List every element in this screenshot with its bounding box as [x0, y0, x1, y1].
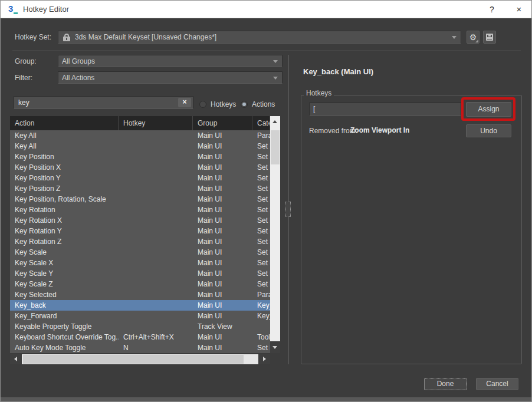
cell-category: Set Key [252, 173, 270, 183]
vertical-scrollbar-thumb[interactable] [271, 130, 280, 164]
cell-hotkey [119, 151, 193, 162]
table-row[interactable]: Auto Key Mode ToggleNMain UISet Key [10, 342, 270, 353]
undo-button[interactable]: Undo [466, 124, 511, 137]
hotkey-input[interactable]: [ [309, 103, 461, 116]
cell-hotkey [119, 268, 193, 279]
cell-action: Key_back [10, 300, 119, 311]
cell-group: Main UI [193, 300, 252, 311]
cell-category [252, 321, 270, 332]
radio-actions[interactable]: Actions [241, 98, 275, 109]
cell-action: Key All [10, 130, 119, 141]
table-row[interactable]: Key_backMain UIKey_Fo [10, 300, 270, 311]
close-icon[interactable]: × [510, 2, 528, 17]
cell-hotkey [119, 300, 193, 311]
filter-value: All Actions [62, 74, 94, 82]
cell-category: Set Key [252, 162, 270, 173]
hotkey-set-dropdown[interactable]: 3ds Max Default Keyset [Unsaved Changes*… [58, 31, 461, 44]
group-label: Group: [15, 57, 37, 65]
scroll-down-icon[interactable] [270, 341, 280, 353]
table-row[interactable]: Key AllMain UIParame [10, 130, 270, 141]
cell-group: Main UI [193, 162, 252, 173]
radio-actions-circle[interactable] [241, 101, 248, 108]
table-row[interactable]: Key Position YMain UISet Key [10, 173, 270, 183]
table-row[interactable]: Key Scale YMain UISet Key [10, 268, 270, 279]
table-row[interactable]: Key Rotation ZMain UISet Key [10, 236, 270, 247]
cell-group: Main UI [193, 332, 252, 342]
cell-action: Key_Forward [10, 311, 119, 321]
cancel-button[interactable]: Cancel [476, 378, 518, 390]
table-row[interactable]: Key Scale ZMain UISet Key [10, 279, 270, 289]
cell-category: Set Key [252, 215, 270, 226]
table-row[interactable]: Key Position ZMain UISet Key [10, 183, 270, 194]
column-header-action[interactable]: Action [10, 116, 119, 130]
cell-category: Key_Fo [252, 300, 270, 311]
group-dropdown[interactable]: All Groups [58, 55, 283, 67]
red-highlight-annotation [461, 97, 515, 121]
table-row[interactable]: Keyboard Shortcut Override Tog...Ctrl+Al… [10, 332, 270, 342]
cell-hotkey [119, 173, 193, 183]
cell-action: Key Scale X [10, 258, 119, 268]
cell-hotkey [119, 258, 193, 268]
cell-category: Tools [252, 332, 270, 342]
cell-action: Key Position [10, 151, 119, 162]
done-button[interactable]: Done [424, 378, 467, 390]
radio-hotkeys[interactable]: Hotkeys [199, 98, 236, 109]
cell-hotkey [119, 289, 193, 300]
cell-category: Set Key [252, 268, 270, 279]
table-row[interactable]: Keyable Property ToggleTrack View [10, 321, 270, 332]
scroll-left-icon[interactable] [10, 354, 22, 364]
clear-search-icon[interactable]: × [178, 98, 191, 107]
help-button[interactable]: ? [484, 2, 500, 17]
table-row[interactable]: Key Position XMain UISet Key [10, 162, 270, 173]
vertical-scrollbar[interactable] [270, 116, 280, 353]
filter-dropdown[interactable]: All Actions [58, 71, 283, 84]
scroll-right-icon[interactable] [258, 354, 270, 364]
cell-hotkey [119, 226, 193, 236]
cell-action: Keyboard Shortcut Override Tog... [10, 332, 119, 342]
table-row[interactable]: Key PositionMain UISet Key [10, 151, 270, 162]
cell-category: Set Key [252, 247, 270, 258]
hotkey-set-value: 3ds Max Default Keyset [Unsaved Changes*… [75, 33, 216, 41]
splitter-grip[interactable] [285, 202, 291, 217]
cell-action: Auto Key Mode Toggle [10, 342, 119, 353]
column-header-hotkey[interactable]: Hotkey [119, 116, 193, 130]
cell-category: Set Key [252, 151, 270, 162]
cell-action: Key All [10, 141, 119, 151]
save-keyset-button[interactable] [483, 31, 496, 44]
keyset-settings-button[interactable]: ⚙ [467, 31, 480, 44]
cell-group: Main UI [193, 311, 252, 321]
column-header-group[interactable]: Group [193, 116, 252, 130]
cell-category: Set Key [252, 205, 270, 215]
save-icon [486, 34, 493, 41]
table-row[interactable]: Key Rotation YMain UISet Key [10, 226, 270, 236]
table-row[interactable]: Key Position, Rotation, ScaleMain UISet … [10, 194, 270, 205]
chevron-down-icon [452, 36, 457, 39]
table-row[interactable]: Key_ForwardMain UIKey_Fo [10, 311, 270, 321]
scroll-up-icon[interactable] [270, 116, 280, 128]
cell-category: Parame [252, 289, 270, 300]
table-row[interactable]: Key AllMain UISet Key [10, 141, 270, 151]
table-row[interactable]: Key Scale XMain UISet Key [10, 258, 270, 268]
table-body: Key AllMain UIParameKey AllMain UISet Ke… [10, 130, 270, 353]
cell-category: Set Key [252, 226, 270, 236]
search-input[interactable]: key × [14, 96, 193, 109]
window-title: Hotkey Editor [23, 5, 69, 14]
radio-hotkeys-circle[interactable] [199, 101, 206, 108]
cell-category: Set Key [252, 279, 270, 289]
table-row[interactable]: Key SelectedMain UIParame [10, 289, 270, 300]
column-header-category[interactable]: Category [252, 116, 270, 130]
radio-hotkeys-label: Hotkeys [211, 100, 236, 108]
table-row[interactable]: Key Rotation XMain UISet Key [10, 215, 270, 226]
cell-category: Set Key [252, 236, 270, 247]
cell-group: Main UI [193, 173, 252, 183]
table-row[interactable]: Key RotationMain UISet Key [10, 205, 270, 215]
cell-hotkey [119, 247, 193, 258]
cell-action: Key Position, Rotation, Scale [10, 194, 119, 205]
table-header: Action Hotkey Group Category [10, 116, 270, 130]
horizontal-scrollbar-thumb[interactable] [23, 355, 244, 364]
cell-group: Main UI [193, 342, 252, 353]
cell-category: Parame [252, 130, 270, 141]
horizontal-scrollbar[interactable] [10, 354, 270, 364]
table-row[interactable]: Key ScaleMain UISet Key [10, 247, 270, 258]
removed-from-value: Zoom Viewport In [350, 126, 409, 134]
